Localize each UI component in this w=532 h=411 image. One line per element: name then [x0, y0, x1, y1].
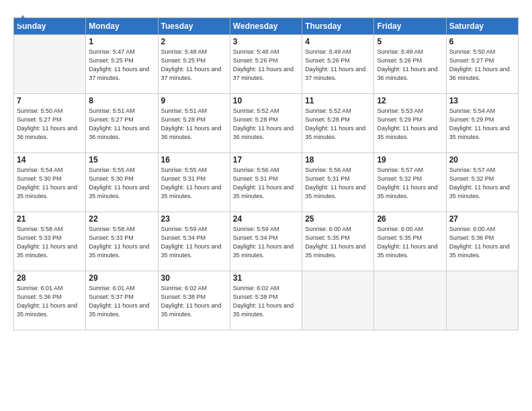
- weekday-header: Saturday: [446, 18, 518, 35]
- cell-sunset: Sunset: 5:35 PM: [305, 234, 350, 241]
- cell-sunset: Sunset: 5:28 PM: [233, 116, 278, 123]
- day-number: 21: [17, 214, 83, 224]
- cell-daylight: Daylight: 11 hours and 36 minutes.: [161, 125, 222, 140]
- calendar-cell: [446, 271, 518, 330]
- cell-sunrise: Sunrise: 5:59 AM: [233, 226, 279, 232]
- calendar-cell: 21 Sunrise: 5:58 AM Sunset: 5:33 PM Dayl…: [14, 212, 86, 271]
- cell-daylight: Daylight: 11 hours and 37 minutes.: [89, 66, 149, 81]
- calendar-cell: 9 Sunrise: 5:51 AM Sunset: 5:28 PM Dayli…: [158, 94, 230, 153]
- day-number: 9: [161, 96, 227, 105]
- logo-icon: [15, 12, 31, 28]
- cell-sunset: Sunset: 5:29 PM: [449, 116, 494, 123]
- calendar-cell: 10 Sunrise: 5:52 AM Sunset: 5:28 PM Dayl…: [230, 94, 302, 153]
- cell-sunset: Sunset: 5:25 PM: [89, 57, 134, 64]
- cell-sunset: Sunset: 5:27 PM: [89, 116, 134, 123]
- day-number: 17: [233, 155, 299, 165]
- cell-daylight: Daylight: 11 hours and 35 minutes.: [233, 243, 294, 259]
- calendar-week-row: 21 Sunrise: 5:58 AM Sunset: 5:33 PM Dayl…: [14, 212, 519, 271]
- calendar-cell: 30 Sunrise: 6:02 AM Sunset: 5:38 PM Dayl…: [158, 271, 230, 330]
- cell-sunrise: Sunrise: 6:02 AM: [233, 285, 279, 291]
- cell-sunset: Sunset: 5:28 PM: [305, 116, 350, 123]
- cell-daylight: Daylight: 11 hours and 35 minutes.: [89, 184, 149, 199]
- calendar-cell: 19 Sunrise: 5:57 AM Sunset: 5:32 PM Dayl…: [374, 153, 446, 212]
- calendar-cell: 8 Sunrise: 5:51 AM Sunset: 5:27 PM Dayli…: [86, 94, 158, 153]
- cell-sunrise: Sunrise: 5:51 AM: [161, 107, 208, 114]
- cell-sunset: Sunset: 5:34 PM: [233, 234, 278, 241]
- cell-sunset: Sunset: 5:31 PM: [233, 175, 278, 182]
- weekday-header: Tuesday: [158, 18, 230, 35]
- calendar-week-row: 7 Sunrise: 5:50 AM Sunset: 5:27 PM Dayli…: [14, 94, 519, 153]
- page: SundayMondayTuesdayWednesdayThursdayFrid…: [0, 0, 532, 411]
- cell-daylight: Daylight: 11 hours and 37 minutes.: [233, 66, 294, 81]
- calendar-cell: 24 Sunrise: 5:59 AM Sunset: 5:34 PM Dayl…: [230, 212, 302, 271]
- day-number: 29: [89, 273, 154, 283]
- cell-sunrise: Sunrise: 5:48 AM: [161, 48, 208, 55]
- cell-sunrise: Sunrise: 5:59 AM: [161, 226, 208, 232]
- day-number: 23: [161, 214, 227, 224]
- day-number: 22: [89, 214, 154, 224]
- cell-sunrise: Sunrise: 5:56 AM: [233, 167, 279, 173]
- cell-sunset: Sunset: 5:27 PM: [449, 57, 494, 64]
- day-number: 31: [233, 273, 299, 283]
- day-number: 14: [17, 155, 83, 165]
- cell-sunset: Sunset: 5:34 PM: [161, 234, 206, 241]
- cell-sunrise: Sunrise: 5:50 AM: [17, 107, 63, 114]
- cell-sunset: Sunset: 5:31 PM: [305, 175, 350, 182]
- cell-sunset: Sunset: 5:27 PM: [17, 116, 62, 123]
- cell-sunrise: Sunrise: 5:58 AM: [17, 226, 63, 232]
- day-number: 19: [377, 155, 443, 165]
- cell-daylight: Daylight: 11 hours and 35 minutes.: [233, 302, 294, 318]
- day-number: 25: [305, 214, 371, 224]
- day-number: 15: [89, 155, 154, 165]
- calendar-week-row: 1 Sunrise: 5:47 AM Sunset: 5:25 PM Dayli…: [14, 35, 519, 94]
- cell-sunrise: Sunrise: 5:52 AM: [305, 107, 351, 114]
- day-number: 5: [377, 37, 443, 46]
- calendar: SundayMondayTuesdayWednesdayThursdayFrid…: [13, 17, 519, 330]
- cell-sunset: Sunset: 5:33 PM: [17, 234, 62, 241]
- cell-daylight: Daylight: 11 hours and 35 minutes.: [161, 184, 222, 199]
- calendar-cell: 2 Sunrise: 5:48 AM Sunset: 5:25 PM Dayli…: [158, 35, 230, 94]
- day-number: 27: [449, 214, 515, 224]
- calendar-cell: 28 Sunrise: 6:01 AM Sunset: 5:36 PM Dayl…: [14, 271, 86, 330]
- cell-daylight: Daylight: 11 hours and 35 minutes.: [377, 125, 437, 140]
- cell-sunset: Sunset: 5:26 PM: [377, 57, 422, 64]
- calendar-cell: 27 Sunrise: 6:00 AM Sunset: 5:36 PM Dayl…: [446, 212, 518, 271]
- cell-sunset: Sunset: 5:25 PM: [161, 57, 206, 64]
- cell-daylight: Daylight: 11 hours and 37 minutes.: [305, 66, 365, 81]
- calendar-cell: [302, 271, 374, 330]
- cell-daylight: Daylight: 11 hours and 35 minutes.: [161, 302, 222, 318]
- cell-sunset: Sunset: 5:31 PM: [161, 175, 206, 182]
- logo: [13, 12, 31, 28]
- calendar-table: SundayMondayTuesdayWednesdayThursdayFrid…: [13, 17, 519, 330]
- calendar-cell: 7 Sunrise: 5:50 AM Sunset: 5:27 PM Dayli…: [14, 94, 86, 153]
- cell-sunrise: Sunrise: 6:00 AM: [449, 226, 496, 232]
- weekday-header: Wednesday: [230, 18, 302, 35]
- day-number: 28: [17, 273, 83, 283]
- day-number: 3: [233, 37, 299, 46]
- cell-sunrise: Sunrise: 6:01 AM: [89, 285, 135, 291]
- cell-sunrise: Sunrise: 5:52 AM: [233, 107, 279, 114]
- calendar-cell: 11 Sunrise: 5:52 AM Sunset: 5:28 PM Dayl…: [302, 94, 374, 153]
- cell-daylight: Daylight: 11 hours and 35 minutes.: [89, 302, 149, 318]
- cell-sunrise: Sunrise: 6:01 AM: [17, 285, 63, 291]
- cell-sunrise: Sunrise: 6:00 AM: [305, 226, 351, 232]
- cell-sunrise: Sunrise: 5:55 AM: [89, 167, 135, 173]
- cell-sunrise: Sunrise: 5:50 AM: [449, 48, 496, 55]
- cell-daylight: Daylight: 11 hours and 37 minutes.: [161, 66, 222, 81]
- cell-daylight: Daylight: 11 hours and 35 minutes.: [449, 125, 510, 140]
- cell-sunset: Sunset: 5:36 PM: [449, 234, 494, 241]
- cell-sunset: Sunset: 5:32 PM: [377, 175, 422, 182]
- day-number: 18: [305, 155, 371, 165]
- calendar-cell: 26 Sunrise: 6:00 AM Sunset: 5:35 PM Dayl…: [374, 212, 446, 271]
- cell-sunrise: Sunrise: 5:56 AM: [305, 167, 351, 173]
- day-number: 16: [161, 155, 227, 165]
- cell-daylight: Daylight: 11 hours and 36 minutes.: [17, 125, 77, 140]
- cell-sunset: Sunset: 5:29 PM: [377, 116, 422, 123]
- cell-sunrise: Sunrise: 5:55 AM: [161, 167, 208, 173]
- cell-sunset: Sunset: 5:26 PM: [305, 57, 350, 64]
- cell-sunset: Sunset: 5:35 PM: [377, 234, 422, 241]
- day-number: 10: [233, 96, 299, 105]
- day-number: 6: [449, 37, 515, 46]
- day-number: 4: [305, 37, 371, 46]
- calendar-cell: [374, 271, 446, 330]
